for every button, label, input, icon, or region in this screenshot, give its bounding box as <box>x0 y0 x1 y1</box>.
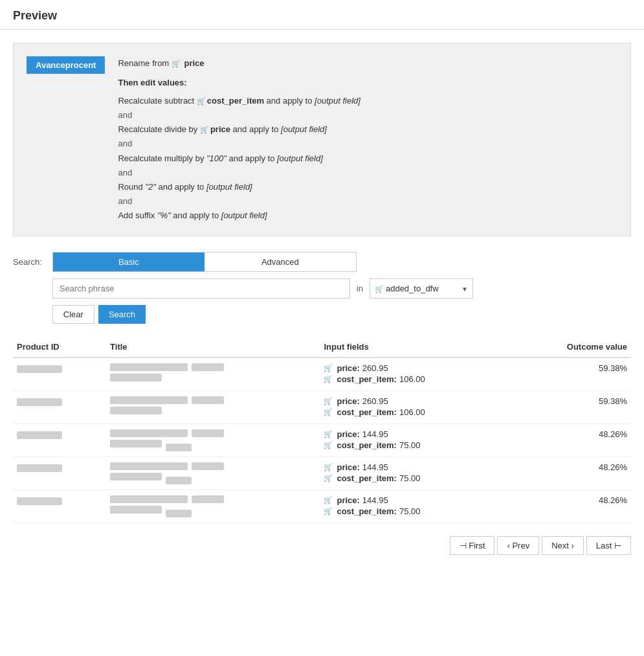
cost-label: cost_per_item: <box>337 473 396 483</box>
and-4: and <box>118 194 617 209</box>
price-value: 144.95 <box>362 495 388 505</box>
price-label: price: <box>337 429 359 439</box>
preview-description: Rename from 🛒 price Then edit values: Re… <box>118 56 617 223</box>
cost-value: 106.00 <box>399 374 425 384</box>
cost-value: 75.00 <box>399 473 421 483</box>
cell-input-fields: 🛒 price: 144.95 🛒 cost_per_item: 75.00 <box>320 490 511 523</box>
field-select[interactable]: added_to_dfw <box>370 278 473 299</box>
cell-input-fields: 🛒 price: 144.95 🛒 cost_per_item: 75.00 <box>320 457 511 490</box>
table-row: 🛒 price: 260.95 🛒 cost_per_item: 106.00 … <box>13 357 631 391</box>
cost-value: 75.00 <box>399 506 421 516</box>
price-label: price: <box>337 462 359 472</box>
table-header-row: Product ID Title Input fields Outcome va… <box>13 337 631 357</box>
table-row: 🛒 price: 260.95 🛒 cost_per_item: 106.00 … <box>13 391 631 424</box>
rename-prefix: Rename from <box>118 58 169 68</box>
search-button[interactable]: Search <box>98 305 146 324</box>
cell-outcome-value: 59.38% <box>511 357 631 391</box>
search-input-row: in 🛒 added_to_dfw <box>52 278 631 299</box>
last-button[interactable]: Last ⊢ <box>586 536 631 555</box>
cell-title <box>106 490 320 523</box>
cost-label: cost_per_item: <box>337 506 396 516</box>
table-row: 🛒 price: 144.95 🛒 cost_per_item: 75.00 4… <box>13 457 631 490</box>
price-label: price: <box>337 363 359 373</box>
price-label: price: <box>337 396 359 406</box>
cell-product-id <box>13 457 106 490</box>
table-row: 🛒 price: 144.95 🛒 cost_per_item: 75.00 4… <box>13 490 631 523</box>
cell-outcome-value: 48.26% <box>511 457 631 490</box>
cell-title <box>106 357 320 391</box>
and-3: and <box>118 166 617 180</box>
price-value: 144.95 <box>362 462 388 472</box>
table-row: 🛒 price: 144.95 🛒 cost_per_item: 75.00 4… <box>13 424 631 457</box>
avanceprocent-tag: Avanceprocent <box>27 56 105 74</box>
search-btn-row: Clear Search <box>52 305 631 324</box>
then-edit-label: Then edit values: <box>118 76 617 90</box>
cart-icon-price: 🛒 <box>324 397 333 405</box>
cost-label: cost_per_item: <box>337 440 396 450</box>
price-value: 260.95 <box>362 363 388 373</box>
price-value: 144.95 <box>362 429 388 439</box>
search-section: Search: Basic Advanced in 🛒 added_to_dfw <box>13 252 631 324</box>
cart-icon-cost: 🛒 <box>324 408 333 416</box>
cost-value: 106.00 <box>399 407 425 417</box>
cart-icon-cost: 🛒 <box>324 507 333 515</box>
preview-box: Avanceprocent Rename from 🛒 price Then e… <box>13 43 631 236</box>
step-3: Recalculate multiply by "100" and apply … <box>118 152 617 166</box>
and-1: and <box>118 108 617 122</box>
cart-icon-price: 🛒 <box>324 463 333 471</box>
cell-product-id <box>13 490 106 523</box>
cost-label: cost_per_item: <box>337 407 396 417</box>
cart-icon-cost: 🛒 <box>324 441 333 449</box>
results-table: Product ID Title Input fields Outcome va… <box>13 337 631 523</box>
prev-button[interactable]: ‹ Prev <box>497 536 539 555</box>
next-button[interactable]: Next › <box>542 536 584 555</box>
step-4: Round "2" and apply to [output field] <box>118 180 617 194</box>
step-1: Recalculate subtract 🛒cost_per_item and … <box>118 94 617 108</box>
price-label: price: <box>337 495 359 505</box>
page-title: Preview <box>0 0 644 30</box>
cart-icon-price: 🛒 <box>324 364 333 372</box>
cost-value: 75.00 <box>399 440 421 450</box>
tab-advanced[interactable]: Advanced <box>205 253 356 271</box>
search-input[interactable] <box>52 278 350 299</box>
first-button[interactable]: ⊣ First <box>450 536 495 555</box>
cell-product-id <box>13 424 106 457</box>
col-input-fields: Input fields <box>320 337 511 357</box>
search-label: Search: <box>13 257 42 267</box>
cell-outcome-value: 59.38% <box>511 391 631 424</box>
cell-input-fields: 🛒 price: 260.95 🛒 cost_per_item: 106.00 <box>320 357 511 391</box>
search-controls: Basic Advanced in 🛒 added_to_dfw Clear S… <box>52 252 631 324</box>
cell-title <box>106 424 320 457</box>
rename-field: price <box>184 58 204 68</box>
cell-title <box>106 391 320 424</box>
cart-icon-cost: 🛒 <box>324 474 333 482</box>
col-outcome-value: Outcome value <box>511 337 631 357</box>
cart-icon-cost: 🛒 <box>324 375 333 383</box>
cell-title <box>106 457 320 490</box>
cost-label: cost_per_item: <box>337 374 396 384</box>
cell-input-fields: 🛒 price: 144.95 🛒 cost_per_item: 75.00 <box>320 424 511 457</box>
cell-input-fields: 🛒 price: 260.95 🛒 cost_per_item: 106.00 <box>320 391 511 424</box>
cart-icon-price: 🛒 <box>324 496 333 504</box>
field-select-wrapper: 🛒 added_to_dfw <box>370 278 473 299</box>
rename-cart-icon: 🛒 <box>172 60 181 67</box>
step-2: Recalculate divide by 🛒price and apply t… <box>118 122 617 137</box>
tab-basic[interactable]: Basic <box>53 253 205 271</box>
cell-product-id <box>13 391 106 424</box>
search-tabs: Basic Advanced <box>52 252 357 272</box>
and-2: and <box>118 137 617 151</box>
cell-product-id <box>13 357 106 391</box>
step-5: Add suffix "%" and apply to [output fiel… <box>118 209 617 223</box>
cell-outcome-value: 48.26% <box>511 490 631 523</box>
cart-icon-price: 🛒 <box>324 430 333 438</box>
cell-outcome-value: 48.26% <box>511 424 631 457</box>
in-label: in <box>357 284 363 293</box>
col-product-id: Product ID <box>13 337 106 357</box>
price-value: 260.95 <box>362 396 388 406</box>
pagination: ⊣ First ‹ Prev Next › Last ⊢ <box>13 536 631 555</box>
col-title: Title <box>106 337 320 357</box>
clear-button[interactable]: Clear <box>52 305 94 324</box>
